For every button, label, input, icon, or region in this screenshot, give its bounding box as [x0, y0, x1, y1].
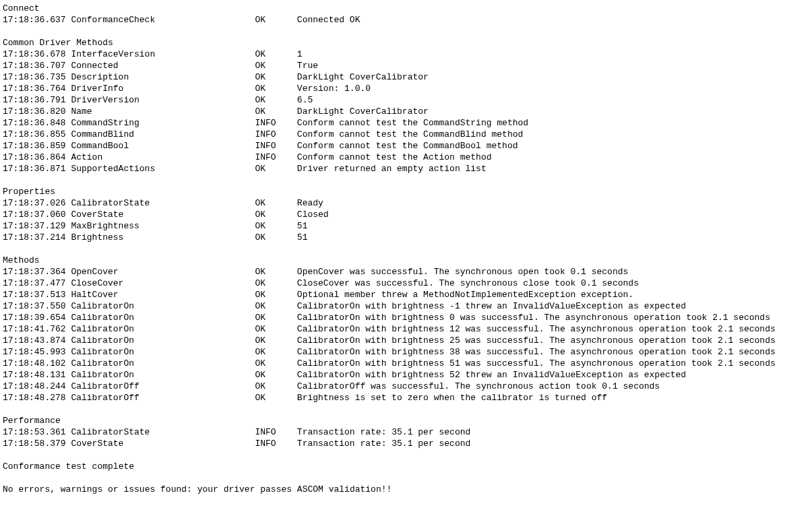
log-row: 17:18:43.874CalibratorOnOKCalibratorOn w…: [3, 335, 809, 346]
log-method-name: CalibratorOn: [71, 358, 255, 369]
log-status: OK: [255, 83, 296, 94]
log-status: INFO: [255, 117, 296, 129]
log-timestamp: 17:18:39.654: [3, 312, 71, 323]
log-timestamp: 17:18:36.764: [3, 83, 71, 94]
log-row: 17:18:36.678InterfaceVersionOK1: [3, 49, 809, 60]
log-method-name: Connected: [71, 60, 255, 71]
blank-line: [3, 449, 809, 461]
log-timestamp: 17:18:45.993: [3, 346, 71, 358]
log-method-name: HaltCover: [71, 289, 255, 300]
log-message: Conform cannot test the CommandBlind met…: [297, 129, 523, 140]
log-timestamp: 17:18:37.477: [3, 278, 71, 289]
log-status: OK: [255, 335, 296, 346]
log-method-name: CoverState: [71, 438, 255, 449]
log-message: Closed: [297, 209, 329, 220]
log-message: CalibratorOn with brightness 12 was succ…: [297, 323, 776, 335]
log-method-name: InterfaceVersion: [71, 49, 255, 60]
log-method-name: ConformanceCheck: [71, 14, 255, 26]
log-message: 51: [297, 220, 308, 232]
section-title: Performance: [3, 415, 809, 426]
log-timestamp: 17:18:37.060: [3, 209, 71, 220]
log-timestamp: 17:18:53.361: [3, 426, 71, 438]
log-method-name: DriverInfo: [71, 83, 255, 94]
log-status: OK: [255, 381, 296, 392]
log-message: CalibratorOn with brightness -1 threw an…: [297, 300, 686, 312]
log-status: OK: [255, 71, 296, 83]
log-timestamp: 17:18:37.513: [3, 289, 71, 300]
log-message: DarkLight CoverCalibrator: [297, 106, 429, 117]
log-status: OK: [255, 209, 296, 220]
log-row: 17:18:53.361CalibratorStateINFOTransacti…: [3, 426, 809, 438]
log-message: CalibratorOn with brightness 25 was succ…: [297, 335, 776, 346]
log-message: DarkLight CoverCalibrator: [297, 71, 429, 83]
log-status: OK: [255, 232, 296, 243]
log-message: CalibratorOn with brightness 0 was succe…: [297, 312, 770, 323]
log-timestamp: 17:18:36.855: [3, 129, 71, 140]
log-row: 17:18:36.820NameOKDarkLight CoverCalibra…: [3, 106, 809, 117]
log-status: OK: [255, 106, 296, 117]
log-row: 17:18:45.993CalibratorOnOKCalibratorOn w…: [3, 346, 809, 358]
log-status: OK: [255, 220, 296, 232]
conformance-result-line: No errors, warnings or issues found: you…: [3, 484, 809, 495]
log-method-name: Name: [71, 106, 255, 117]
log-row: 17:18:37.214BrightnessOK51: [3, 232, 809, 243]
blank-line: [3, 243, 809, 255]
log-timestamp: 17:18:36.848: [3, 117, 71, 129]
log-method-name: Description: [71, 71, 255, 83]
log-timestamp: 17:18:37.550: [3, 300, 71, 312]
log-message: Conform cannot test the CommandBool meth…: [297, 140, 518, 152]
log-status: OK: [255, 14, 296, 26]
log-message: Brightness is set to zero when the calib…: [297, 392, 607, 404]
log-row: 17:18:36.859CommandBoolINFOConform canno…: [3, 140, 809, 152]
log-message: CalibratorOn with brightness 52 threw an…: [297, 369, 686, 381]
log-row: 17:18:36.707ConnectedOKTrue: [3, 60, 809, 71]
log-row: 17:18:48.278CalibratorOffOKBrightness is…: [3, 392, 809, 404]
log-message: True: [297, 60, 318, 71]
log-message: 1: [297, 49, 303, 60]
log-row: 17:18:41.762CalibratorOnOKCalibratorOn w…: [3, 323, 809, 335]
log-row: 17:18:36.864ActionINFOConform cannot tes…: [3, 152, 809, 163]
log-message: Conform cannot test the Action method: [297, 152, 492, 163]
log-timestamp: 17:18:37.129: [3, 220, 71, 232]
log-row: 17:18:37.026CalibratorStateOKReady: [3, 197, 809, 209]
log-row: 17:18:36.735DescriptionOKDarkLight Cover…: [3, 71, 809, 83]
log-row: 17:18:37.550CalibratorOnOKCalibratorOn w…: [3, 300, 809, 312]
log-status: INFO: [255, 438, 296, 449]
log-timestamp: 17:18:36.637: [3, 14, 71, 26]
log-method-name: CalibratorOn: [71, 369, 255, 381]
log-timestamp: 17:18:41.762: [3, 323, 71, 335]
log-message: Conform cannot test the CommandString me…: [297, 117, 528, 129]
log-method-name: CalibratorOn: [71, 300, 255, 312]
log-timestamp: 17:18:37.214: [3, 232, 71, 243]
log-timestamp: 17:18:48.102: [3, 358, 71, 369]
log-row: 17:18:39.654CalibratorOnOKCalibratorOn w…: [3, 312, 809, 323]
log-status: OK: [255, 392, 296, 404]
log-status: OK: [255, 346, 296, 358]
log-message: CalibratorOff was successful. The synchr…: [297, 381, 660, 392]
log-method-name: CloseCover: [71, 278, 255, 289]
log-timestamp: 17:18:36.859: [3, 140, 71, 152]
log-row: 17:18:36.855CommandBlindINFOConform cann…: [3, 129, 809, 140]
log-status: OK: [255, 197, 296, 209]
section-title: Connect: [3, 3, 809, 14]
log-timestamp: 17:18:36.820: [3, 106, 71, 117]
conformance-complete-line: Conformance test complete: [3, 461, 809, 472]
log-message: Connected OK: [297, 14, 361, 26]
log-timestamp: 17:18:37.026: [3, 197, 71, 209]
log-status: OK: [255, 358, 296, 369]
blank-line: [3, 404, 809, 415]
log-status: INFO: [255, 426, 296, 438]
log-timestamp: 17:18:36.791: [3, 94, 71, 106]
log-timestamp: 17:18:37.364: [3, 266, 71, 278]
log-row: 17:18:48.131CalibratorOnOKCalibratorOn w…: [3, 369, 809, 381]
log-method-name: CalibratorOn: [71, 335, 255, 346]
log-timestamp: 17:18:36.864: [3, 152, 71, 163]
log-method-name: MaxBrightness: [71, 220, 255, 232]
section-title: Common Driver Methods: [3, 37, 809, 49]
log-message: Transaction rate: 35.1 per second: [297, 426, 470, 438]
log-method-name: DriverVersion: [71, 94, 255, 106]
log-method-name: CalibratorOn: [71, 323, 255, 335]
log-method-name: CalibratorState: [71, 197, 255, 209]
log-status: OK: [255, 289, 296, 300]
log-timestamp: 17:18:36.707: [3, 60, 71, 71]
